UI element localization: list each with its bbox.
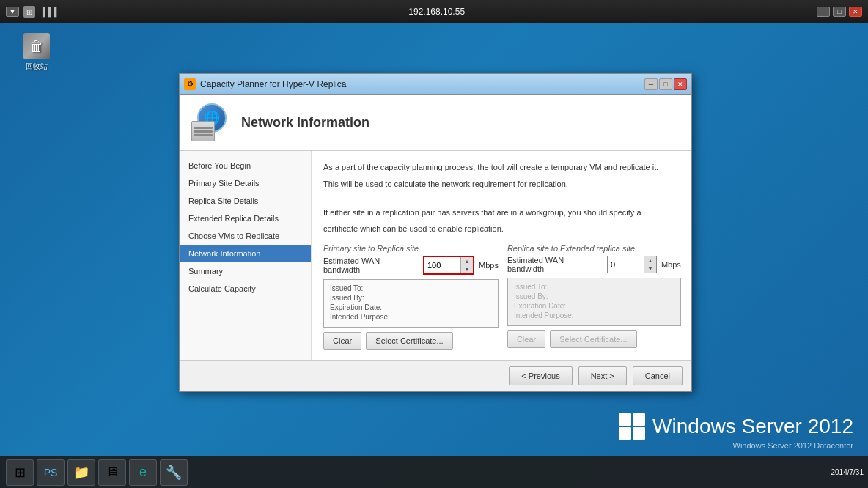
- previous-btn[interactable]: < Previous: [509, 366, 572, 385]
- replica-wan-input[interactable]: [608, 256, 644, 273]
- primary-wan-row: Estimated WAN bandwidth ▲ ▼ Mbps: [323, 256, 499, 275]
- taskbar-dropdown[interactable]: ▼: [6, 7, 19, 17]
- server-manager-btn[interactable]: 🖥: [98, 459, 126, 486]
- server-manager-icon: 🖥: [106, 465, 119, 480]
- primary-wan-label: Estimated WAN bandwidth: [323, 256, 419, 274]
- sidebar-item-extended-replica-details[interactable]: Extended Replica Details: [180, 210, 311, 227]
- sidebar-item-primary-site-details[interactable]: Primary Site Details: [180, 174, 311, 192]
- primary-cert-btn-row: Clear Select Certificate...: [323, 332, 499, 350]
- primary-wan-input[interactable]: [424, 257, 461, 273]
- next-btn[interactable]: Next >: [578, 366, 627, 385]
- replica-to-extended-col: Replica site to Extended replica site Es…: [507, 244, 681, 350]
- desktop: ▼ ⊞ ▐▐▐ 192.168.10.55 ─ □ ✕ 🗑 回收站 ⚙ Capa…: [0, 0, 868, 488]
- powershell-btn[interactable]: PS: [37, 459, 65, 486]
- windows-brand: Windows Server 2012: [619, 413, 853, 440]
- explorer-btn[interactable]: 📁: [67, 459, 95, 486]
- sidebar-item-replica-site-details[interactable]: Replica Site Details: [180, 192, 311, 210]
- sidebar-item-network-information[interactable]: Network Information: [180, 245, 311, 262]
- windows-logo-q3: [619, 427, 631, 440]
- ie-icon: e: [139, 465, 147, 480]
- replica-cert-issued-to: Issued To:: [514, 283, 674, 291]
- dialog-content: Before You Begin Primary Site Details Re…: [180, 151, 691, 360]
- taskbar-time: 2014/7/31: [831, 468, 864, 476]
- close-btn[interactable]: ✕: [849, 7, 862, 17]
- intro-text: As a part of the capacity planning proce…: [323, 161, 680, 235]
- windows-logo-q2: [633, 413, 645, 426]
- recycle-bin-image: 🗑: [23, 33, 50, 59]
- dialog-window: ⚙ Capacity Planner for Hyper-V Replica ─…: [179, 73, 692, 392]
- server-line-1: [194, 127, 213, 129]
- dialog-footer: < Previous Next > Cancel: [180, 360, 691, 391]
- dialog-title-controls: ─ □ ✕: [644, 78, 687, 90]
- replica-cert-box: Issued To: Issued By: Expiration Date: I…: [507, 278, 681, 326]
- windows-watermark: Windows Server 2012 Windows Server 2012 …: [619, 413, 853, 450]
- primary-section-label: Primary site to Replica site: [323, 244, 499, 253]
- primary-to-replica-col: Primary site to Replica site Estimated W…: [323, 244, 499, 350]
- replica-wan-spinner[interactable]: ▲ ▼: [607, 256, 657, 273]
- sidebar-item-calculate-capacity[interactable]: Calculate Capacity: [180, 280, 311, 297]
- dialog-title-left: ⚙ Capacity Planner for Hyper-V Replica: [184, 78, 346, 90]
- cert-issued-by: Issued By:: [330, 294, 492, 302]
- start-icon: ⊞: [15, 465, 26, 481]
- cert-intended: Intended Purpose:: [330, 313, 492, 321]
- replica-wan-label: Estimated WAN bandwidth: [507, 256, 603, 273]
- taskbar-bottom: ⊞ PS 📁 🖥 e 🔧 2014/7/31: [0, 456, 868, 488]
- intro-line-1: As a part of the capacity planning proce…: [323, 161, 680, 174]
- taskbar-right: 2014/7/31: [831, 468, 864, 476]
- server-icon: [191, 121, 215, 141]
- start-btn[interactable]: ⊞: [6, 459, 34, 486]
- primary-clear-btn[interactable]: Clear: [323, 332, 361, 350]
- powershell-icon: PS: [44, 467, 58, 478]
- cert-issued-to: Issued To:: [330, 284, 492, 292]
- replica-wan-unit: Mbps: [661, 260, 681, 269]
- primary-wan-unit: Mbps: [479, 261, 499, 270]
- minimize-btn[interactable]: ─: [817, 7, 830, 17]
- primary-wan-up-btn[interactable]: ▲: [461, 257, 473, 265]
- dialog-main: As a part of the capacity planning proce…: [312, 151, 691, 360]
- primary-wan-down-btn[interactable]: ▼: [461, 265, 473, 273]
- primary-select-cert-btn[interactable]: Select Certificate...: [366, 332, 452, 350]
- extra-icon: 🔧: [166, 465, 182, 481]
- recycle-bin-icon[interactable]: 🗑 回收站: [15, 33, 59, 72]
- signal-icon: ▐▐▐: [40, 7, 56, 16]
- replica-clear-btn[interactable]: Clear: [507, 330, 545, 348]
- dialog-header: 🌐 Network Information: [180, 95, 691, 151]
- replica-select-cert-btn[interactable]: Select Certificate...: [550, 330, 636, 348]
- primary-cert-box: Issued To: Issued By: Expiration Date: I…: [323, 279, 499, 328]
- extra-btn[interactable]: 🔧: [160, 459, 188, 486]
- intro-line-3: If either site in a replication pair has…: [323, 207, 680, 219]
- replica-wan-up-btn[interactable]: ▲: [644, 256, 656, 265]
- intro-line-2: This will be used to calculate the netwo…: [323, 178, 680, 191]
- intro-line-4: certificate which can be used to enable …: [323, 223, 680, 235]
- server-line-3: [194, 134, 213, 136]
- primary-wan-spinner-btns: ▲ ▼: [461, 257, 473, 273]
- replica-cert-issued-by: Issued By:: [514, 292, 674, 300]
- windows-sub-text: Windows Server 2012 Datacenter: [619, 441, 853, 450]
- sidebar-item-summary[interactable]: Summary: [180, 262, 311, 280]
- windows-logo-q1: [619, 413, 631, 426]
- replica-cert-intended: Intended Purpose:: [514, 311, 674, 319]
- windows-logo-q4: [633, 427, 645, 440]
- primary-wan-spinner[interactable]: ▲ ▼: [423, 256, 474, 275]
- replica-wan-spinner-btns: ▲ ▼: [644, 256, 656, 273]
- restore-btn[interactable]: □: [833, 7, 846, 17]
- dialog-restore-btn[interactable]: □: [659, 78, 672, 90]
- recycle-bin-label: 回收站: [26, 62, 48, 72]
- sidebar-item-choose-vms[interactable]: Choose VMs to Replicate: [180, 227, 311, 245]
- sidebar-item-before-you-begin[interactable]: Before You Begin: [180, 157, 311, 174]
- dialog-minimize-btn[interactable]: ─: [644, 78, 658, 90]
- dialog-close-btn[interactable]: ✕: [674, 78, 687, 90]
- ie-btn[interactable]: e: [129, 459, 157, 486]
- two-col-layout: Primary site to Replica site Estimated W…: [323, 244, 680, 350]
- dialog-title-icon: ⚙: [184, 78, 196, 90]
- cancel-btn[interactable]: Cancel: [633, 366, 683, 385]
- replica-wan-down-btn[interactable]: ▼: [644, 265, 656, 273]
- replica-cert-expiration: Expiration Date:: [514, 302, 674, 310]
- windows-brand-text: Windows Server 2012: [652, 415, 853, 438]
- cert-expiration: Expiration Date:: [330, 303, 492, 311]
- dialog-titlebar: ⚙ Capacity Planner for Hyper-V Replica ─…: [180, 74, 691, 95]
- dialog-title-text: Capacity Planner for Hyper-V Replica: [200, 79, 346, 89]
- explorer-icon: 📁: [73, 465, 89, 481]
- replica-wan-row: Estimated WAN bandwidth ▲ ▼ Mbps: [507, 256, 681, 273]
- dialog-sidebar: Before You Begin Primary Site Details Re…: [180, 151, 312, 360]
